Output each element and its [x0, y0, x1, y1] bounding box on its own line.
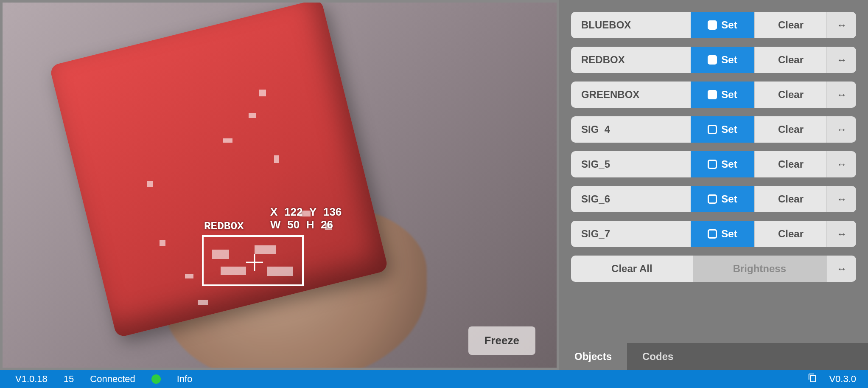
- info-button[interactable]: Info: [177, 374, 193, 385]
- signature-name[interactable]: GREENBOX: [571, 82, 691, 108]
- clear-button[interactable]: Clear: [754, 151, 826, 177]
- set-button[interactable]: Set: [691, 116, 754, 143]
- checkbox-icon: [708, 125, 717, 134]
- set-button[interactable]: Set: [691, 12, 754, 38]
- arrow-horizontal-icon[interactable]: ↔: [826, 221, 856, 247]
- detection-speck: [147, 181, 153, 187]
- arrow-horizontal-icon[interactable]: ↔: [826, 116, 856, 143]
- detection-speck: [255, 245, 276, 254]
- signature-row-sig4: SIG_4 Set Clear ↔: [571, 116, 856, 143]
- set-label: Set: [721, 228, 737, 240]
- extra-controls-row: Clear All Brightness ↔: [571, 256, 856, 282]
- detection-speck: [160, 240, 165, 246]
- checkbox-icon: [708, 194, 717, 204]
- set-button[interactable]: Set: [691, 47, 754, 73]
- app-version: V0.3.0: [829, 374, 856, 385]
- checkbox-icon: [708, 90, 717, 99]
- camera-scene: X 122 Y 136 W 50 H 26 REDBOX: [3, 3, 557, 368]
- side-panel: BLUEBOX Set Clear ↔ REDBOX Set Clear: [559, 0, 868, 370]
- signature-row-sig6: SIG_6 Set Clear ↔: [571, 186, 856, 212]
- tab-objects[interactable]: Objects: [559, 343, 627, 370]
- detection-speck: [223, 138, 232, 143]
- set-button[interactable]: Set: [691, 221, 754, 247]
- signature-name[interactable]: SIG_4: [571, 116, 691, 143]
- status-left: V1.0.18 15 Connected Info: [15, 374, 192, 385]
- checkbox-icon: [708, 160, 717, 169]
- checkbox-icon: [708, 55, 717, 65]
- set-label: Set: [721, 158, 737, 170]
- set-label: Set: [721, 89, 737, 101]
- clear-button[interactable]: Clear: [754, 221, 826, 247]
- signature-name[interactable]: SIG_6: [571, 186, 691, 212]
- arrow-horizontal-icon[interactable]: ↔: [826, 47, 856, 73]
- overlay-detected-name: REDBOX: [204, 220, 244, 233]
- set-button[interactable]: Set: [691, 151, 754, 177]
- detection-speck: [274, 155, 279, 163]
- signature-name[interactable]: BLUEBOX: [571, 12, 691, 38]
- copy-icon[interactable]: [808, 373, 817, 385]
- arrow-horizontal-icon[interactable]: ↔: [826, 82, 856, 108]
- signature-name[interactable]: REDBOX: [571, 47, 691, 73]
- arrow-horizontal-icon[interactable]: ↔: [826, 151, 856, 177]
- detection-speck: [212, 250, 229, 259]
- signature-row-bluebox: BLUEBOX Set Clear ↔: [571, 12, 856, 38]
- freeze-button[interactable]: Freeze: [468, 326, 535, 355]
- set-label: Set: [721, 19, 737, 31]
- clear-button[interactable]: Clear: [754, 116, 826, 143]
- clear-button[interactable]: Clear: [754, 47, 826, 73]
- clear-all-button[interactable]: Clear All: [571, 256, 693, 282]
- detection-speck: [259, 90, 266, 96]
- app-root: X 122 Y 136 W 50 H 26 REDBOX Freeze: [0, 0, 868, 388]
- firmware-version: V1.0.18: [15, 374, 48, 385]
- signature-name[interactable]: SIG_5: [571, 151, 691, 177]
- connection-status: Connected: [90, 374, 135, 385]
- status-counter: 15: [64, 374, 74, 385]
- panel-tabs: Objects Codes: [559, 343, 868, 370]
- clear-button[interactable]: Clear: [754, 82, 826, 108]
- set-label: Set: [721, 54, 737, 66]
- checkbox-icon: [708, 229, 717, 239]
- status-dot-icon: [151, 374, 161, 384]
- set-label: Set: [721, 193, 737, 205]
- tabs-filler: [689, 343, 868, 370]
- clear-button[interactable]: Clear: [754, 12, 826, 38]
- detection-speck: [267, 267, 293, 276]
- overlay-h-label: H: [306, 218, 314, 231]
- arrow-horizontal-icon[interactable]: ↔: [826, 256, 856, 282]
- set-label: Set: [721, 124, 737, 135]
- signature-row-sig7: SIG_7 Set Clear ↔: [571, 221, 856, 247]
- detection-speck: [185, 274, 193, 278]
- signature-row-redbox: REDBOX Set Clear ↔: [571, 47, 856, 73]
- signature-name[interactable]: SIG_7: [571, 221, 691, 247]
- detection-speck: [249, 113, 256, 118]
- arrow-horizontal-icon[interactable]: ↔: [826, 186, 856, 212]
- overlay-w-value: 50: [287, 218, 300, 231]
- status-right: V0.3.0: [808, 373, 856, 385]
- overlay-w-label: W: [270, 218, 281, 231]
- signature-row-greenbox: GREENBOX Set Clear ↔: [571, 82, 856, 108]
- detection-speck: [221, 267, 246, 275]
- detection-speck: [198, 300, 208, 305]
- crosshair-icon: [246, 254, 263, 271]
- set-button[interactable]: Set: [691, 82, 754, 108]
- status-bar: V1.0.18 15 Connected Info V0.3.0: [0, 370, 868, 388]
- set-button[interactable]: Set: [691, 186, 754, 212]
- clear-button[interactable]: Clear: [754, 186, 826, 212]
- signature-list: BLUEBOX Set Clear ↔ REDBOX Set Clear: [559, 0, 868, 343]
- brightness-button[interactable]: Brightness: [693, 256, 826, 282]
- detection-bounding-box: [202, 235, 304, 286]
- tab-codes[interactable]: Codes: [627, 343, 689, 370]
- overlay-h-value: 26: [321, 218, 333, 231]
- signature-row-sig5: SIG_5 Set Clear ↔: [571, 151, 856, 177]
- camera-view: X 122 Y 136 W 50 H 26 REDBOX Freeze: [0, 0, 559, 370]
- checkbox-icon: [708, 20, 717, 30]
- main-area: X 122 Y 136 W 50 H 26 REDBOX Freeze: [0, 0, 868, 370]
- arrow-horizontal-icon[interactable]: ↔: [826, 12, 856, 38]
